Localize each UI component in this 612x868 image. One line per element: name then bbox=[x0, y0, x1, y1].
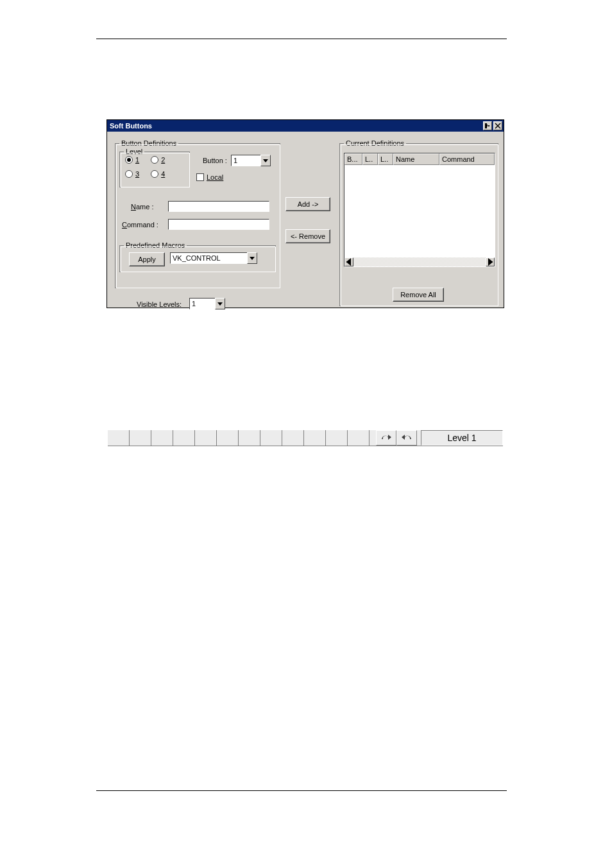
remove-all-button-label: Remove All bbox=[400, 291, 436, 299]
radio-icon bbox=[125, 156, 133, 164]
svg-marker-10 bbox=[217, 302, 223, 306]
add-button[interactable]: Add -> bbox=[285, 197, 330, 211]
legend-level: Level bbox=[124, 148, 144, 155]
soft-slot-7[interactable] bbox=[239, 430, 260, 446]
listview-definitions[interactable]: B... L.. L.. Name Command bbox=[344, 153, 495, 267]
checkbox-local-label: Local bbox=[207, 173, 223, 181]
soft-slot-11[interactable] bbox=[326, 430, 348, 446]
label-button: Button : bbox=[203, 157, 227, 164]
redo-button[interactable] bbox=[376, 430, 396, 446]
radio-icon bbox=[151, 170, 158, 178]
apply-button[interactable]: Apply bbox=[129, 252, 165, 266]
apply-button-label: Apply bbox=[138, 256, 156, 263]
input-command[interactable] bbox=[168, 219, 269, 230]
radio-level-3[interactable]: 3 bbox=[125, 170, 139, 178]
help-button[interactable] bbox=[483, 121, 492, 130]
radio-4-label: 4 bbox=[161, 170, 165, 178]
soft-slot-12[interactable] bbox=[348, 430, 370, 446]
level-indicator: Level 1 bbox=[421, 430, 503, 446]
label-visible-levels: Visible Levels: bbox=[137, 300, 182, 308]
label-command: Command : bbox=[122, 221, 158, 229]
col-command[interactable]: Command bbox=[439, 153, 495, 165]
soft-slot-3[interactable] bbox=[151, 430, 173, 446]
scroll-left-icon[interactable] bbox=[344, 257, 353, 266]
soft-slot-6[interactable] bbox=[217, 430, 239, 446]
dropdown-macro[interactable]: VK_CONTROL bbox=[170, 252, 257, 264]
col-name[interactable]: Name bbox=[393, 153, 439, 165]
soft-slot-5[interactable] bbox=[195, 430, 217, 446]
radio-3-label: 3 bbox=[135, 170, 139, 178]
radio-icon bbox=[151, 156, 158, 164]
radio-2-label: 2 bbox=[161, 156, 165, 164]
col-l2[interactable]: L.. bbox=[378, 153, 393, 165]
dialog-title: Soft Buttons bbox=[110, 120, 152, 132]
col-b[interactable]: B... bbox=[344, 153, 362, 165]
radio-1-label: 1 bbox=[135, 156, 139, 164]
dropdown-macro-value: VK_CONTROL bbox=[170, 252, 247, 264]
soft-slot-9[interactable] bbox=[282, 430, 304, 446]
dropdown-button-value: 1 bbox=[231, 155, 260, 166]
group-button-definitions: Button Definitions Level 1 2 bbox=[115, 143, 280, 288]
undo-button[interactable] bbox=[396, 430, 417, 446]
dropdown-visible-levels[interactable]: 1 bbox=[189, 298, 225, 309]
legend-macros: Predefined Macros bbox=[124, 241, 187, 249]
dropdown-visible-levels-value: 1 bbox=[189, 298, 215, 309]
label-name: Name : bbox=[131, 203, 153, 211]
bottom-rule bbox=[96, 790, 507, 791]
softbutton-bar: Level 1 bbox=[108, 430, 503, 446]
input-name[interactable] bbox=[168, 201, 269, 212]
radio-level-1[interactable]: 1 bbox=[125, 156, 139, 164]
radio-level-4[interactable]: 4 bbox=[151, 170, 165, 178]
chevron-down-icon bbox=[247, 252, 257, 264]
chevron-down-icon bbox=[260, 155, 271, 166]
legend-current: Current Definitions bbox=[344, 139, 406, 147]
svg-marker-9 bbox=[488, 258, 493, 266]
soft-buttons-dialog: Soft Buttons Button Definitions Level bbox=[106, 119, 504, 308]
redo-icon bbox=[380, 433, 392, 442]
remove-all-button[interactable]: Remove All bbox=[393, 288, 444, 302]
soft-slot-2[interactable] bbox=[130, 430, 151, 446]
checkbox-local[interactable]: Local bbox=[196, 173, 223, 181]
chevron-down-icon bbox=[215, 298, 225, 309]
scroll-right-icon[interactable] bbox=[486, 257, 495, 266]
titlebar[interactable]: Soft Buttons bbox=[107, 120, 504, 132]
listview-h-scroll[interactable] bbox=[344, 257, 495, 266]
undo-icon bbox=[401, 433, 412, 442]
remove-button[interactable]: <- Remove bbox=[285, 229, 330, 243]
group-level: Level 1 2 3 bbox=[119, 152, 190, 187]
svg-marker-6 bbox=[263, 159, 268, 162]
checkbox-icon bbox=[196, 173, 204, 181]
scroll-track[interactable] bbox=[353, 257, 486, 266]
group-predefined-macros: Predefined Macros Apply VK_CONTROL bbox=[119, 245, 276, 272]
soft-slot-10[interactable] bbox=[304, 430, 326, 446]
dropdown-button[interactable]: 1 bbox=[231, 155, 271, 166]
level-indicator-text: Level 1 bbox=[447, 433, 476, 443]
remove-button-label: <- Remove bbox=[291, 232, 325, 240]
svg-marker-7 bbox=[250, 257, 255, 260]
top-rule bbox=[96, 39, 507, 39]
col-l1[interactable]: L.. bbox=[362, 153, 378, 165]
soft-slot-4[interactable] bbox=[173, 430, 195, 446]
soft-slot-1[interactable] bbox=[108, 430, 130, 446]
radio-level-2[interactable]: 2 bbox=[151, 156, 165, 164]
soft-slot-8[interactable] bbox=[260, 430, 282, 446]
close-button[interactable] bbox=[493, 121, 502, 130]
add-button-label: Add -> bbox=[298, 200, 319, 208]
svg-marker-8 bbox=[346, 258, 352, 266]
radio-icon bbox=[125, 170, 133, 178]
svg-rect-3 bbox=[488, 125, 489, 126]
legend-button-definitions: Button Definitions bbox=[119, 139, 178, 147]
listview-header: B... L.. L.. Name Command bbox=[344, 153, 495, 165]
group-current-definitions: Current Definitions B... L.. L.. Name Co… bbox=[339, 143, 498, 306]
